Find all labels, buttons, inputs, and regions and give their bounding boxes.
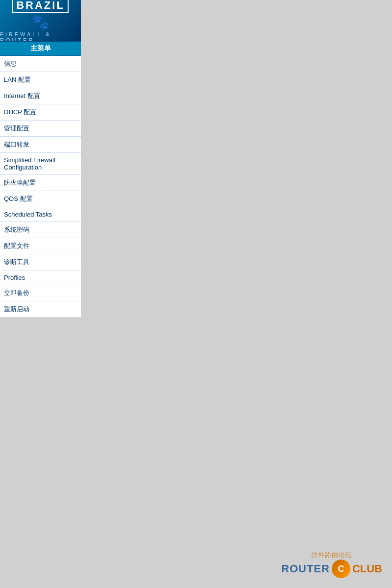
- sidebar-item-diagnostics[interactable]: 诊断工具: [0, 254, 81, 270]
- menu-header: 主菜单: [0, 42, 81, 56]
- watermark-icon: C: [332, 560, 350, 578]
- sidebar-item-config-file[interactable]: 配置文件: [0, 238, 81, 254]
- watermark-site-text: 软件路由论坛: [311, 551, 352, 560]
- sidebar-item-dhcp-config[interactable]: DHCP 配置: [0, 104, 81, 121]
- sidebar-item-info[interactable]: 信息: [0, 56, 81, 72]
- sidebar-item-system-password[interactable]: 系统密码: [0, 222, 81, 238]
- watermark-club-text: CLUB: [352, 563, 382, 575]
- sidebar-item-profiles[interactable]: Profiles: [0, 270, 81, 285]
- sidebar-item-qos-config[interactable]: QOS 配置: [0, 191, 81, 207]
- logo-container: BRAZIL 🐾 FIREWALL & ROUTER: [0, 0, 81, 42]
- sidebar-item-simplified-firewall[interactable]: Simplified Firewall Configuration: [0, 153, 81, 175]
- logo-icon: 🐾: [32, 14, 49, 30]
- sidebar-item-firewall-config[interactable]: 防火墙配置: [0, 175, 81, 191]
- sidebar-item-scheduled-tasks[interactable]: Scheduled Tasks: [0, 207, 81, 222]
- sidebar-item-internet-config[interactable]: Internet 配置: [0, 88, 81, 104]
- logo-tagline: FIREWALL & ROUTER: [0, 31, 81, 42]
- menu-list: 信息LAN 配置Internet 配置DHCP 配置管理配置端口转发Simpli…: [0, 56, 81, 318]
- watermark-container: 软件路由论坛 ROUTER C CLUB: [281, 551, 382, 578]
- sidebar-item-lan-config[interactable]: LAN 配置: [0, 72, 81, 88]
- sidebar: BRAZIL 🐾 FIREWALL & ROUTER 主菜单 信息LAN 配置I…: [0, 0, 81, 318]
- watermark-router-text: ROUTER: [281, 563, 330, 575]
- sidebar-item-port-forward[interactable]: 端口转发: [0, 137, 81, 153]
- sidebar-item-reboot[interactable]: 重新启动: [0, 301, 81, 318]
- logo-brazil: BRAZIL: [12, 0, 69, 13]
- sidebar-item-admin-config[interactable]: 管理配置: [0, 121, 81, 137]
- sidebar-item-backup-now[interactable]: 立即备份: [0, 285, 81, 301]
- watermark-logo: ROUTER C CLUB: [281, 560, 382, 578]
